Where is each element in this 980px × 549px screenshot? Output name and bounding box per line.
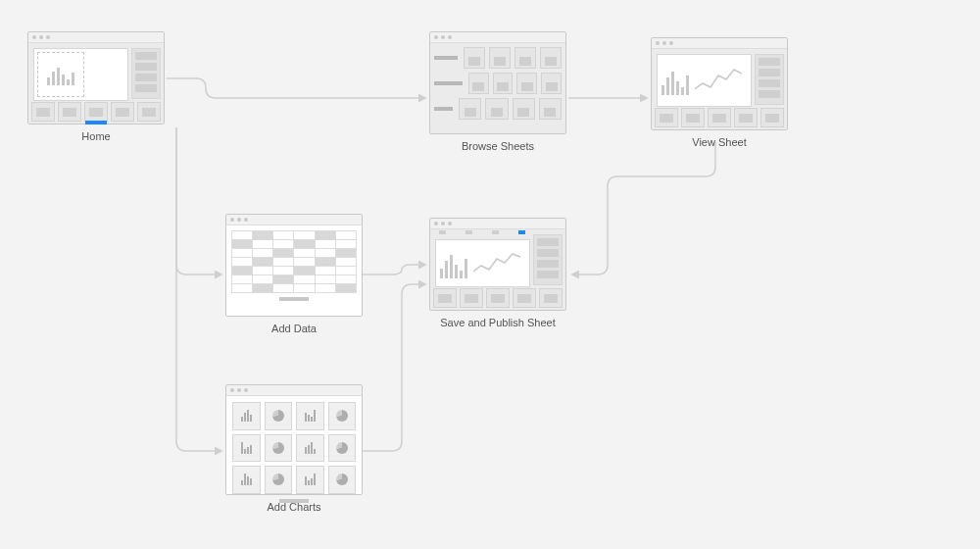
active-indicator <box>85 121 107 125</box>
line-chart-icon <box>473 250 520 277</box>
active-tab-indicator <box>518 230 525 234</box>
node-browse-sheets[interactable]: Browse Sheets <box>429 31 566 152</box>
chart-tile-pie <box>265 434 293 463</box>
node-save-publish[interactable]: Save and Publish Sheet <box>429 218 566 328</box>
chart-placeholder <box>37 52 84 97</box>
chart-tile-bars <box>296 466 324 494</box>
chart-tile-pie <box>265 466 293 494</box>
edge-home-addcharts <box>176 127 221 451</box>
save-window <box>429 218 566 311</box>
line-chart-icon <box>695 66 742 95</box>
chart-tile-bars <box>296 434 324 463</box>
node-view-sheet[interactable]: View Sheet <box>651 37 788 148</box>
view-window <box>651 37 788 130</box>
side-panel <box>755 54 784 105</box>
view-canvas <box>657 54 752 107</box>
node-label: View Sheet <box>651 136 788 148</box>
addcharts-window <box>225 384 363 495</box>
edge-adddata-save <box>363 265 425 274</box>
node-home[interactable]: Home <box>27 31 165 142</box>
bars-icon <box>47 64 74 85</box>
toolbar <box>435 228 529 238</box>
save-canvas <box>435 239 530 287</box>
side-panel <box>131 48 161 99</box>
chart-tile-pie <box>265 402 293 430</box>
edge-home-browse <box>167 78 425 98</box>
edge-home-adddata <box>176 127 221 274</box>
chart-tile-pie <box>328 434 357 463</box>
thumbnail-strip <box>655 108 784 127</box>
chart-tile-bars <box>296 402 324 430</box>
spreadsheet-grid <box>231 230 357 293</box>
home-canvas <box>33 48 128 101</box>
bars-icon <box>662 66 689 95</box>
node-label: Home <box>27 130 165 142</box>
chart-type-grid <box>232 402 356 494</box>
chart-tile-pie <box>328 466 357 494</box>
scrollbar <box>279 297 309 301</box>
home-window <box>27 31 165 125</box>
window-titlebar <box>226 385 362 396</box>
chart-tile-pie <box>328 402 357 430</box>
chart-tile-bars <box>232 402 261 430</box>
chart-tile-bars <box>232 434 261 463</box>
node-label: Add Charts <box>225 501 363 513</box>
chart-tile-bars <box>232 466 261 494</box>
node-label: Save and Publish Sheet <box>429 317 566 328</box>
thumbnail-strip <box>433 288 563 308</box>
node-label: Browse Sheets <box>429 140 566 152</box>
node-add-charts[interactable]: Add Charts <box>225 384 363 513</box>
window-titlebar <box>226 215 362 225</box>
edge-view-save <box>572 142 715 274</box>
bars-icon <box>440 249 467 278</box>
node-label: Add Data <box>225 323 363 334</box>
thumbnail-strip <box>31 102 161 122</box>
edge-addcharts-save <box>363 284 425 451</box>
side-panel <box>533 234 563 285</box>
window-titlebar <box>28 32 164 43</box>
window-titlebar <box>652 38 787 49</box>
browse-window <box>429 31 566 134</box>
window-titlebar <box>430 32 565 43</box>
node-add-data[interactable]: Add Data <box>225 214 363 334</box>
adddata-window <box>225 214 363 317</box>
scrollbar <box>279 499 309 503</box>
